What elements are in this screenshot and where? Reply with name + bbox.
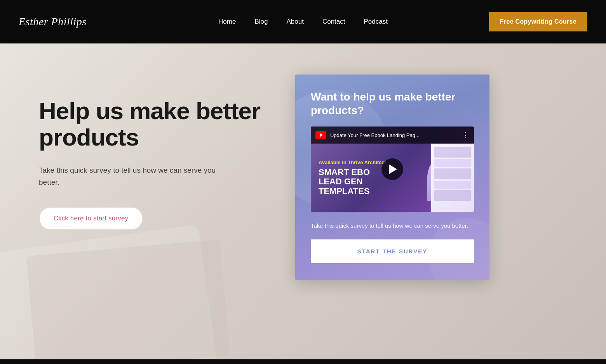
- hero-subtext: Take this quick survey to tell us how we…: [39, 165, 225, 188]
- card-heading: Want to help us make better products?: [311, 90, 474, 117]
- main-nav: Home Blog About Contact Podcast: [218, 18, 388, 26]
- video-menu-dots: ⋮: [462, 132, 469, 139]
- nav-item-home[interactable]: Home: [218, 18, 236, 26]
- video-available-label: Available in Thrive Architect: [319, 159, 386, 165]
- site-header: Esther Phillips Home Blog About Contact …: [0, 0, 606, 43]
- card-subtext: Take this quick survey to tell us how we…: [311, 221, 474, 230]
- video-text-area: Available in Thrive Architect SMART EBOL…: [319, 159, 386, 196]
- nav-cta-button[interactable]: Free Copywriting Course: [489, 12, 587, 31]
- hero-content: Help us make better products Take this q…: [0, 43, 606, 303]
- preview-item-3: [434, 168, 471, 179]
- survey-card: Want to help us make better products? Up…: [295, 75, 489, 280]
- preview-item-5: [434, 190, 471, 201]
- play-button[interactable]: [381, 158, 403, 180]
- nav-item-contact[interactable]: Contact: [322, 18, 345, 26]
- card-start-survey-button[interactable]: START THE SURVEY: [311, 239, 474, 263]
- nav-item-blog[interactable]: Blog: [254, 18, 268, 26]
- hero-start-survey-button[interactable]: Click here to start survey: [39, 207, 143, 230]
- bottom-bar: [0, 359, 606, 364]
- nav-item-about[interactable]: About: [286, 18, 303, 26]
- hero-section: Help us make better products Take this q…: [0, 43, 606, 364]
- video-inner: Update Your Free Ebook Landing Pag... ⋮ …: [311, 127, 474, 212]
- nav-item-podcast[interactable]: Podcast: [364, 18, 387, 26]
- preview-item-1: [434, 147, 471, 158]
- video-product-name: SMART EBOLEAD GENTEMPLATES: [319, 168, 386, 196]
- video-title: Update Your Free Ebook Landing Pag...: [330, 132, 458, 138]
- video-thumbnail[interactable]: Update Your Free Ebook Landing Pag... ⋮ …: [311, 127, 474, 212]
- site-logo: Esther Phillips: [19, 16, 87, 28]
- hero-left-column: Help us make better products Take this q…: [39, 75, 272, 230]
- youtube-icon: [315, 131, 326, 139]
- preview-item-2: [434, 159, 471, 167]
- video-side-preview: [431, 144, 474, 212]
- hero-heading: Help us make better products: [39, 98, 272, 151]
- hero-right-column: Want to help us make better products? Up…: [295, 75, 489, 280]
- preview-item-4: [434, 181, 471, 189]
- video-topbar: Update Your Free Ebook Landing Pag... ⋮: [311, 127, 474, 144]
